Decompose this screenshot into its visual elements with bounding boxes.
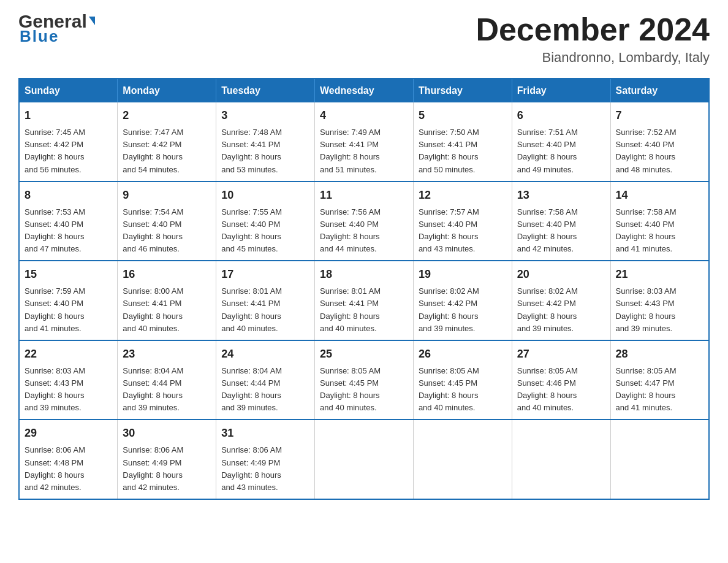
day-number: 17 xyxy=(221,266,309,283)
calendar-cell xyxy=(610,419,709,499)
day-number: 20 xyxy=(517,266,605,283)
day-number: 3 xyxy=(221,107,309,124)
day-number: 19 xyxy=(419,266,507,283)
calendar-table: Sunday Monday Tuesday Wednesday Thursday… xyxy=(18,78,710,500)
day-info: Sunrise: 7:57 AMSunset: 4:40 PMDaylight:… xyxy=(419,207,479,253)
calendar-cell xyxy=(512,419,610,499)
col-tuesday: Tuesday xyxy=(216,79,315,102)
calendar-cell: 26 Sunrise: 8:05 AMSunset: 4:45 PMDaylig… xyxy=(413,340,512,420)
logo: General Blue xyxy=(18,12,95,46)
day-number: 18 xyxy=(320,266,408,283)
col-saturday: Saturday xyxy=(610,79,709,102)
day-number: 30 xyxy=(123,425,211,442)
calendar-cell: 11 Sunrise: 7:56 AMSunset: 4:40 PMDaylig… xyxy=(315,182,414,261)
calendar-cell: 3 Sunrise: 7:48 AMSunset: 4:41 PMDayligh… xyxy=(216,102,315,182)
day-number: 12 xyxy=(419,187,507,204)
col-friday: Friday xyxy=(512,79,610,102)
day-number: 16 xyxy=(123,266,211,283)
day-info: Sunrise: 8:05 AMSunset: 4:45 PMDaylight:… xyxy=(419,366,479,412)
calendar-cell: 9 Sunrise: 7:54 AMSunset: 4:40 PMDayligh… xyxy=(118,182,216,261)
calendar-cell: 22 Sunrise: 8:03 AMSunset: 4:43 PMDaylig… xyxy=(19,340,118,420)
calendar-cell: 18 Sunrise: 8:01 AMSunset: 4:41 PMDaylig… xyxy=(315,261,414,340)
calendar-cell: 16 Sunrise: 8:00 AMSunset: 4:41 PMDaylig… xyxy=(118,261,216,340)
day-info: Sunrise: 8:04 AMSunset: 4:44 PMDaylight:… xyxy=(221,366,282,412)
day-info: Sunrise: 8:02 AMSunset: 4:42 PMDaylight:… xyxy=(517,286,578,332)
calendar-cell: 12 Sunrise: 7:57 AMSunset: 4:40 PMDaylig… xyxy=(413,182,512,261)
calendar-cell: 6 Sunrise: 7:51 AMSunset: 4:40 PMDayligh… xyxy=(512,102,610,182)
calendar-cell: 4 Sunrise: 7:49 AMSunset: 4:41 PMDayligh… xyxy=(315,102,414,182)
day-info: Sunrise: 7:51 AMSunset: 4:40 PMDaylight:… xyxy=(517,128,578,174)
day-number: 11 xyxy=(320,187,408,204)
calendar-cell: 25 Sunrise: 8:05 AMSunset: 4:45 PMDaylig… xyxy=(315,340,414,420)
calendar-cell: 8 Sunrise: 7:53 AMSunset: 4:40 PMDayligh… xyxy=(19,182,118,261)
day-info: Sunrise: 8:05 AMSunset: 4:45 PMDaylight:… xyxy=(320,366,381,412)
day-number: 15 xyxy=(25,266,112,283)
day-number: 21 xyxy=(616,266,703,283)
day-info: Sunrise: 7:49 AMSunset: 4:41 PMDaylight:… xyxy=(320,128,381,174)
calendar-week-2: 8 Sunrise: 7:53 AMSunset: 4:40 PMDayligh… xyxy=(19,182,709,261)
location-text: Biandronno, Lombardy, Italy xyxy=(476,50,710,66)
calendar-cell: 5 Sunrise: 7:50 AMSunset: 4:41 PMDayligh… xyxy=(413,102,512,182)
month-title: December 2024 xyxy=(476,12,710,47)
day-number: 22 xyxy=(25,346,112,362)
logo-triangle-icon xyxy=(89,17,95,25)
day-number: 1 xyxy=(25,107,112,124)
calendar-cell: 15 Sunrise: 7:59 AMSunset: 4:40 PMDaylig… xyxy=(19,261,118,340)
calendar-cell: 19 Sunrise: 8:02 AMSunset: 4:42 PMDaylig… xyxy=(413,261,512,340)
day-info: Sunrise: 7:55 AMSunset: 4:40 PMDaylight:… xyxy=(221,207,282,253)
calendar-cell: 10 Sunrise: 7:55 AMSunset: 4:40 PMDaylig… xyxy=(216,182,315,261)
logo-blue-text: Blue xyxy=(20,27,59,46)
day-number: 13 xyxy=(517,187,605,204)
day-info: Sunrise: 7:59 AMSunset: 4:40 PMDaylight:… xyxy=(25,286,85,332)
day-number: 27 xyxy=(517,346,605,362)
day-number: 7 xyxy=(616,107,703,124)
day-info: Sunrise: 8:00 AMSunset: 4:41 PMDaylight:… xyxy=(123,286,183,332)
day-number: 8 xyxy=(25,187,112,204)
day-info: Sunrise: 8:03 AMSunset: 4:43 PMDaylight:… xyxy=(25,366,85,412)
day-info: Sunrise: 8:04 AMSunset: 4:44 PMDaylight:… xyxy=(123,366,183,412)
calendar-cell xyxy=(315,419,414,499)
calendar-cell: 31 Sunrise: 8:06 AMSunset: 4:49 PMDaylig… xyxy=(216,419,315,499)
calendar-cell: 24 Sunrise: 8:04 AMSunset: 4:44 PMDaylig… xyxy=(216,340,315,420)
title-section: December 2024 Biandronno, Lombardy, Ital… xyxy=(476,12,710,66)
day-info: Sunrise: 8:05 AMSunset: 4:47 PMDaylight:… xyxy=(616,366,677,412)
day-number: 14 xyxy=(616,187,703,204)
day-info: Sunrise: 7:45 AMSunset: 4:42 PMDaylight:… xyxy=(25,128,85,174)
calendar-cell: 2 Sunrise: 7:47 AMSunset: 4:42 PMDayligh… xyxy=(118,102,216,182)
day-info: Sunrise: 7:58 AMSunset: 4:40 PMDaylight:… xyxy=(517,207,578,253)
day-info: Sunrise: 7:58 AMSunset: 4:40 PMDaylight:… xyxy=(616,207,677,253)
calendar-cell: 23 Sunrise: 8:04 AMSunset: 4:44 PMDaylig… xyxy=(118,340,216,420)
calendar-cell: 28 Sunrise: 8:05 AMSunset: 4:47 PMDaylig… xyxy=(610,340,709,420)
col-thursday: Thursday xyxy=(413,79,512,102)
day-info: Sunrise: 8:06 AMSunset: 4:49 PMDaylight:… xyxy=(221,445,282,491)
day-info: Sunrise: 8:02 AMSunset: 4:42 PMDaylight:… xyxy=(419,286,479,332)
col-wednesday: Wednesday xyxy=(315,79,414,102)
day-info: Sunrise: 8:03 AMSunset: 4:43 PMDaylight:… xyxy=(616,286,677,332)
calendar-cell: 17 Sunrise: 8:01 AMSunset: 4:41 PMDaylig… xyxy=(216,261,315,340)
day-number: 9 xyxy=(123,187,211,204)
day-info: Sunrise: 8:06 AMSunset: 4:49 PMDaylight:… xyxy=(123,445,183,491)
day-info: Sunrise: 7:48 AMSunset: 4:41 PMDaylight:… xyxy=(221,128,282,174)
calendar-header-row: Sunday Monday Tuesday Wednesday Thursday… xyxy=(19,79,709,102)
day-number: 26 xyxy=(419,346,507,362)
day-number: 29 xyxy=(25,425,112,442)
calendar-week-4: 22 Sunrise: 8:03 AMSunset: 4:43 PMDaylig… xyxy=(19,340,709,420)
day-info: Sunrise: 7:47 AMSunset: 4:42 PMDaylight:… xyxy=(123,128,183,174)
calendar-cell: 1 Sunrise: 7:45 AMSunset: 4:42 PMDayligh… xyxy=(19,102,118,182)
day-number: 4 xyxy=(320,107,408,124)
calendar-cell: 21 Sunrise: 8:03 AMSunset: 4:43 PMDaylig… xyxy=(610,261,709,340)
col-sunday: Sunday xyxy=(19,79,118,102)
day-number: 31 xyxy=(221,425,309,442)
day-info: Sunrise: 8:01 AMSunset: 4:41 PMDaylight:… xyxy=(320,286,381,332)
calendar-cell: 7 Sunrise: 7:52 AMSunset: 4:40 PMDayligh… xyxy=(610,102,709,182)
calendar-cell: 13 Sunrise: 7:58 AMSunset: 4:40 PMDaylig… xyxy=(512,182,610,261)
day-info: Sunrise: 8:01 AMSunset: 4:41 PMDaylight:… xyxy=(221,286,282,332)
page-header: General Blue December 2024 Biandronno, L… xyxy=(18,12,710,66)
day-info: Sunrise: 8:05 AMSunset: 4:46 PMDaylight:… xyxy=(517,366,578,412)
col-monday: Monday xyxy=(118,79,216,102)
calendar-cell: 20 Sunrise: 8:02 AMSunset: 4:42 PMDaylig… xyxy=(512,261,610,340)
day-number: 10 xyxy=(221,187,309,204)
day-number: 5 xyxy=(419,107,507,124)
day-info: Sunrise: 8:06 AMSunset: 4:48 PMDaylight:… xyxy=(25,445,85,491)
calendar-week-1: 1 Sunrise: 7:45 AMSunset: 4:42 PMDayligh… xyxy=(19,102,709,182)
